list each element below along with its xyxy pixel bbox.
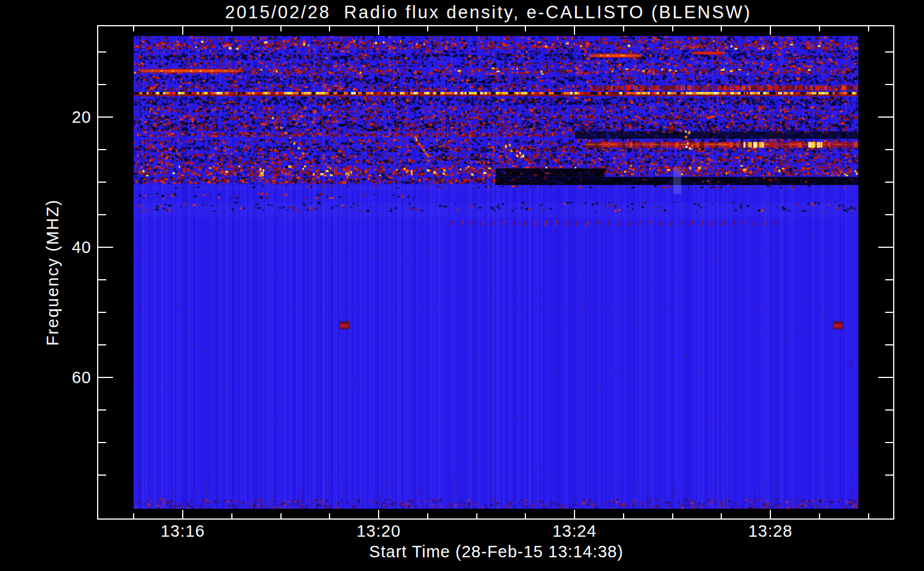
x-major-tick (770, 510, 771, 518)
x-axis-title: Start Time (28-Feb-15 13:14:38) (98, 542, 895, 561)
x-minor-tick (672, 513, 673, 518)
x-minor-tick-top (280, 26, 282, 31)
y-minor-tick (98, 84, 106, 85)
y-minor-tick (98, 409, 106, 411)
y-minor-tick (98, 475, 106, 476)
x-minor-tick (819, 513, 820, 518)
y-minor-tick (98, 344, 106, 345)
x-minor-tick-top (721, 26, 722, 31)
y-minor-tick-right (885, 149, 893, 150)
y-minor-tick-right (885, 84, 893, 85)
y-minor-tick-right (885, 442, 893, 443)
y-minor-tick-right (885, 182, 893, 183)
y-minor-tick (98, 312, 106, 313)
x-minor-tick (868, 513, 869, 518)
chart-title: 2015/02/28 Radio flux density, e-CALLIST… (89, 2, 888, 23)
y-tick-label: 40 (33, 237, 91, 258)
y-major-tick (98, 377, 113, 378)
x-minor-tick (721, 513, 722, 518)
y-major-tick-right (878, 377, 893, 378)
y-minor-tick (98, 51, 106, 53)
x-major-tick-top (182, 26, 183, 35)
x-minor-tick-top (868, 26, 869, 31)
x-minor-tick-top (525, 26, 526, 31)
x-minor-tick (280, 513, 282, 518)
x-minor-tick (133, 513, 134, 518)
y-minor-tick-right (885, 475, 893, 476)
y-minor-tick (98, 214, 106, 215)
x-minor-tick (329, 513, 330, 518)
y-minor-tick-right (885, 51, 893, 53)
plot-frame (97, 25, 894, 520)
y-minor-tick (98, 442, 106, 443)
x-major-tick-top (378, 26, 379, 35)
x-minor-tick-top (672, 26, 673, 31)
x-major-tick (182, 510, 183, 518)
x-minor-tick-top (329, 26, 330, 31)
y-axis-title: Frequency (MHZ) (43, 199, 62, 345)
y-major-tick-right (878, 247, 893, 248)
y-minor-tick (98, 279, 106, 280)
y-minor-tick-right (885, 312, 893, 313)
x-tick-label: 13:28 (725, 522, 816, 541)
x-minor-tick-top (476, 26, 477, 31)
x-minor-tick (525, 513, 526, 518)
spectrogram-screenshot: { "window": {"width": 1618, "height": 10… (0, 0, 924, 571)
x-minor-tick-top (427, 26, 428, 31)
x-minor-tick-top (623, 26, 624, 31)
y-minor-tick-right (885, 409, 893, 411)
y-major-tick (98, 247, 113, 248)
x-minor-tick (476, 513, 477, 518)
x-tick-label: 13:20 (333, 522, 424, 541)
x-minor-tick (623, 513, 624, 518)
y-minor-tick (98, 149, 106, 150)
x-tick-label: 13:16 (137, 522, 228, 541)
y-major-tick-right (878, 116, 893, 118)
y-tick-label: 60 (33, 367, 91, 388)
x-minor-tick-top (231, 26, 232, 31)
x-major-tick (574, 510, 575, 518)
x-major-tick-top (574, 26, 575, 35)
x-minor-tick-top (819, 26, 820, 31)
y-minor-tick-right (885, 279, 893, 280)
y-minor-tick-right (885, 214, 893, 215)
x-major-tick (378, 510, 379, 518)
x-minor-tick (231, 513, 232, 518)
y-minor-tick (98, 182, 106, 183)
x-minor-tick-top (133, 26, 134, 31)
y-major-tick (98, 116, 113, 118)
y-tick-label: 20 (33, 107, 91, 127)
x-tick-label: 13:24 (529, 522, 620, 541)
y-minor-tick-right (885, 344, 893, 345)
x-major-tick-top (770, 26, 771, 35)
x-minor-tick (427, 513, 428, 518)
